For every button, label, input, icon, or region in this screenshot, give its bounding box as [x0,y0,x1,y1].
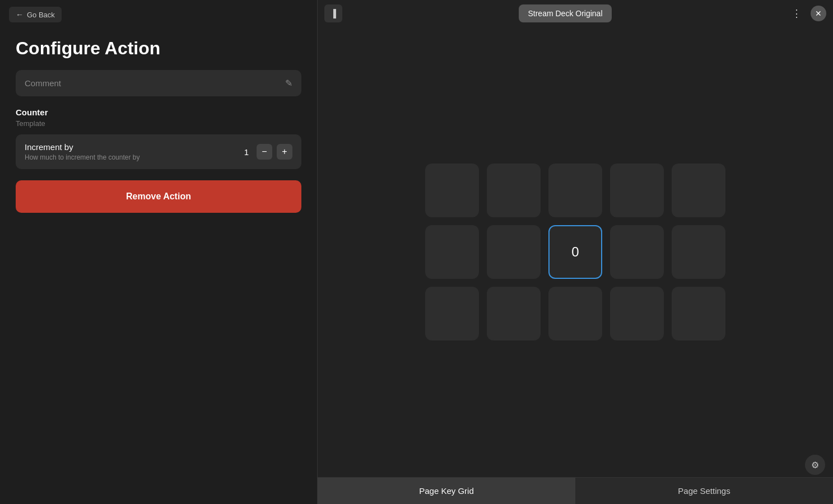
comment-field[interactable]: Comment ✎ [16,70,301,96]
more-options-button[interactable]: ⋮ [788,5,805,22]
close-icon: ✕ [815,9,822,18]
right-header: ▐ Stream Deck Original ⋮ ✕ [318,0,833,27]
increment-description: How much to increment the counter by [25,153,241,161]
increment-button[interactable]: + [277,144,292,160]
panel-toggle-button[interactable]: ▐ [324,4,342,22]
key-grid: 0 [425,164,725,340]
key-cell[interactable] [672,225,725,279]
template-label: Template [0,119,317,134]
right-panel: ▐ Stream Deck Original ⋮ ✕ 0 ⚙ Page Key … [318,0,833,504]
key-cell[interactable] [610,164,664,217]
edit-icon: ✎ [285,78,292,88]
deck-name-button[interactable]: Stream Deck Original [519,4,611,22]
key-cell[interactable] [487,287,541,340]
page-title: Configure Action [0,29,317,70]
increment-info: Increment by How much to increment the c… [25,142,241,161]
tab-page-key-grid[interactable]: Page Key Grid [318,478,575,504]
key-cell[interactable] [548,164,602,217]
increment-controls: 1 − + [241,144,292,160]
key-cell[interactable]: 0 [548,225,602,279]
key-cell[interactable] [425,225,479,279]
increment-value: 1 [241,147,252,157]
settings-icon: ⚙ [811,460,819,470]
go-back-label: Go Back [27,11,55,19]
tab-page-key-grid-label: Page Key Grid [419,486,474,496]
top-bar: ← Go Back [0,0,317,29]
tab-page-settings[interactable]: Page Settings [575,478,833,504]
panel-toggle-icon: ▐ [331,9,336,18]
key-cell[interactable] [425,164,479,217]
go-back-button[interactable]: ← Go Back [9,7,62,22]
settings-button[interactable]: ⚙ [805,455,825,475]
key-cell[interactable] [672,287,725,340]
decrement-button[interactable]: − [257,144,272,160]
tab-page-settings-label: Page Settings [678,486,730,496]
key-cell[interactable] [548,287,602,340]
left-panel: ← Go Back Configure Action Comment ✎ Cou… [0,0,318,504]
bottom-tabs: Page Key Grid Page Settings [318,477,833,504]
key-cell[interactable] [487,225,541,279]
key-cell[interactable] [487,164,541,217]
key-cell[interactable] [672,164,725,217]
close-button[interactable]: ✕ [811,6,826,21]
counter-section-label: Counter [0,108,317,119]
key-cell[interactable] [610,225,664,279]
increment-row: Increment by How much to increment the c… [16,134,301,169]
increment-title: Increment by [25,142,241,152]
remove-action-button[interactable]: Remove Action [16,180,301,213]
grid-area: 0 [318,27,833,477]
back-arrow-icon: ← [16,10,24,19]
comment-placeholder: Comment [25,78,285,88]
more-icon: ⋮ [792,7,802,20]
key-cell[interactable] [610,287,664,340]
key-cell[interactable] [425,287,479,340]
